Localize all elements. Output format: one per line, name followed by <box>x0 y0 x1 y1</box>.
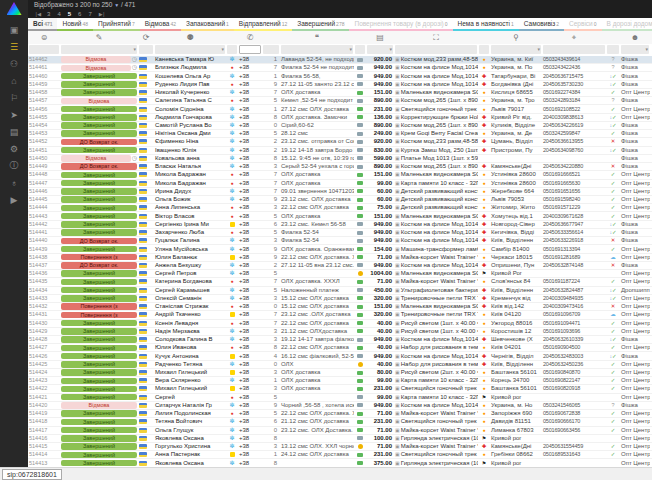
order-row[interactable]: 514451ЗавершенийІващенко Юлія✼+38219.12 … <box>28 147 652 155</box>
page-button-6[interactable]: 6 <box>78 11 81 17</box>
order-row[interactable]: 514426ЗавершенийКучук Антонина+38416.12 … <box>28 352 652 360</box>
filter-dropdown-icon[interactable]: ▾ <box>221 46 224 53</box>
order-row[interactable]: 514442ЗавершенийСергіенко Ірина Ми+38623… <box>28 221 652 229</box>
header-phone-column[interactable]: ✆ <box>238 31 262 44</box>
app-logo-icon[interactable] <box>7 2 22 15</box>
order-row[interactable]: 514423ЗавершенийВера Скляренко✼+381ОЛХ д… <box>28 377 652 385</box>
header-name-column[interactable]: ⚉ <box>154 31 226 44</box>
filter-cell-name[interactable]: ▾ <box>155 45 225 54</box>
order-row[interactable]: 514439ЗавершенийУляна Мусійовська✼+389ОЛ… <box>28 245 652 253</box>
header-carrier-column[interactable] <box>478 31 490 44</box>
filter-cell-id[interactable] <box>29 45 59 54</box>
order-row[interactable]: 514433ЗавершенийОлексій Семанін✼+38315.1… <box>28 295 652 303</box>
filter-cell-tracking[interactable] <box>543 45 605 54</box>
header-address-column[interactable]: ⚲ <box>490 31 542 44</box>
sidebar-item-statistics[interactable]: ▤ <box>0 123 28 140</box>
filter-dropdown-icon[interactable]: ▾ <box>645 46 648 53</box>
filter-cell-product[interactable] <box>395 45 477 54</box>
order-row[interactable]: 514414ЗавершенийАнна Пастернак+38124.12 … <box>28 451 652 459</box>
order-row[interactable]: 514418ЗавершенийТетяна Войтович✼+38621.1… <box>28 418 652 426</box>
order-row[interactable]: 514417ЗавершенийОльга Глущук✼+38023.12 с… <box>28 427 652 435</box>
sidebar-item-orders[interactable]: ☰ <box>0 38 28 55</box>
filter-cell-pay[interactable] <box>355 45 365 54</box>
header-op-column[interactable] <box>226 31 238 44</box>
header-tracking-column[interactable]: ⌖ <box>542 31 606 44</box>
filter-cell-comment[interactable]: ▾ <box>281 45 353 54</box>
filter-dropdown-icon[interactable]: ▾ <box>389 46 392 53</box>
filter-cell-ts[interactable] <box>607 45 619 54</box>
order-row[interactable]: 514441ЗавершенийЗахарченко Люба●+385Фиал… <box>28 229 652 237</box>
sidebar-item-clients[interactable]: ⚇ <box>0 55 28 72</box>
order-row[interactable]: 514452ДО Возврат ок.Єфименко Ніна✼+38223… <box>28 138 652 146</box>
header-shop-column[interactable]: ☻ <box>620 31 650 44</box>
sidebar-item-warehouse[interactable]: ⌂ <box>0 72 28 89</box>
tab-9[interactable]: Нема в наявності1 <box>453 18 519 31</box>
order-row[interactable]: 514440ДО Возврат ок.Гуцалюк Галина✼+383Ф… <box>28 237 652 245</box>
order-row[interactable]: 514415ЗавершенийГоргулько Христина✼+3831… <box>28 443 652 451</box>
order-row[interactable]: 514456ЗавершенийСоломія Сідоніна✼+38127.… <box>28 105 652 113</box>
order-row[interactable]: 514419ЗавершенийЛилия Подолинская●+38522… <box>28 410 652 418</box>
last-page-button[interactable]: ▶❘ <box>99 11 105 17</box>
sidebar-item-dashboard[interactable]: ▣ <box>0 21 28 38</box>
sidebar-item-integrations[interactable]: ♁ <box>0 174 28 191</box>
order-row[interactable]: 514425ЗавершенийРадченко Тетяна✼+380ОЛХ4… <box>28 361 652 369</box>
page-button-3[interactable]: 3 <box>47 11 50 17</box>
order-row[interactable]: 514430ЗавершенийКсенія Левадня●+38722.12… <box>28 320 652 328</box>
order-row[interactable]: 514444ЗавершенийАнна Липенська●+38322.12… <box>28 204 652 212</box>
order-row[interactable]: 514421ЗавершенийСергей●+38599.00▣Карта п… <box>28 394 652 402</box>
order-row[interactable]: 514431Повернення (зАндрій Ткаченко+38723… <box>28 311 652 319</box>
first-page-button[interactable]: ❘◀ <box>34 11 40 17</box>
tab-2[interactable]: Новий48 <box>57 18 93 31</box>
header-flag-column[interactable]: ⟳ <box>138 31 154 44</box>
filter-input-phone[interactable] <box>239 45 261 54</box>
sidebar-item-settings[interactable]: ⚙ <box>0 140 28 157</box>
order-row[interactable]: 514435ЗавершенийКатерина Богданова●+387О… <box>28 278 652 286</box>
order-row[interactable]: 514436ЗавершенийСергей Петров✼+3851004.0… <box>28 270 652 278</box>
order-row[interactable]: 514454ЗавершенийСамотій Руслана Во✼+380С… <box>28 122 652 130</box>
pager-dropdown-icon[interactable]: ▼ <box>114 2 119 8</box>
filter-dropdown-icon[interactable]: ▾ <box>537 46 540 53</box>
tab-1[interactable]: Всі471 <box>28 18 57 31</box>
tab-8[interactable]: Повернення товару (в дорозі)0 <box>349 18 452 31</box>
filter-cell-carrier[interactable] <box>479 45 489 54</box>
tab-5[interactable]: Запакований1 <box>181 18 234 31</box>
order-row[interactable]: 514458ЗавершенийНиколай Кучеренко✼+387ОЛ… <box>28 89 652 97</box>
order-row[interactable]: 514438Повернення (зЮлия Баланюк+38922.12… <box>28 254 652 262</box>
header-product-column[interactable]: ⛶ <box>394 31 478 44</box>
filter-cell-price[interactable]: ▾ <box>367 45 393 54</box>
page-button-4[interactable]: 4 <box>57 11 60 17</box>
order-row[interactable]: 514416ЗавершенийЯковлева Оксана✼+388100.… <box>28 435 652 443</box>
tab-3[interactable]: Прийнятий7 <box>93 18 140 31</box>
order-row[interactable]: 514462Відмова◷Каневська Тамара Ю✼+381Лав… <box>28 56 652 64</box>
order-row[interactable]: 514457ВідмоваСалегина Татьяна С●+385Кеме… <box>28 97 652 105</box>
header-status-column[interactable]: ✎ <box>60 31 138 44</box>
order-row[interactable]: 514420ВідмоваСитарчук Наталія Гр✼+389Чор… <box>28 402 652 410</box>
order-row[interactable]: 514453ЗавершенийНікітіна Оксана Дми✼+385… <box>28 130 652 138</box>
order-row[interactable]: 514434ЗавершенийСергей Карамышев✼+385Нал… <box>28 287 652 295</box>
tab-6[interactable]: Відправлений12 <box>234 18 292 31</box>
tab-10[interactable]: Самовивіз2 <box>519 18 564 31</box>
order-row[interactable]: 514461Відмова◷Близнюк Людмила●+387Фиалка… <box>28 64 652 72</box>
order-row[interactable]: 514450Відмова◷Ковальова анна✼+38815.12. … <box>28 155 652 163</box>
filter-cell-n[interactable] <box>263 45 279 54</box>
order-row[interactable]: 514445ЗавершенийОльга Божик✼+38923.12 см… <box>28 196 652 204</box>
header-pay-column[interactable] <box>354 31 366 44</box>
order-row[interactable]: 514447ЗавершенийМикола Бадражан●+387ОЛХ … <box>28 180 652 188</box>
header-id-column[interactable]: ⊜ <box>28 31 60 44</box>
tab-7[interactable]: Завершений278 <box>292 18 349 31</box>
order-row[interactable]: 514429ЗавершенийНадія Мерзаєва✼+38321.12… <box>28 328 652 336</box>
filter-cell-status[interactable]: ▾ <box>61 45 137 54</box>
order-row[interactable]: 514427ЗавершенийЮлия Иванова●+38822.12 с… <box>28 344 652 352</box>
order-row[interactable]: 514455ЗавершенийЛюдмила Гончарова✼+388ОЛ… <box>28 114 652 122</box>
filter-cell-flag[interactable] <box>139 45 153 54</box>
page-button-7[interactable]: 7 <box>88 11 91 17</box>
pager-text[interactable]: Відображено з 200 по 250 ▼ / 471 <box>34 1 135 8</box>
order-row[interactable]: 514446ЗавершенийИрина Дидух✼+38709.01 зв… <box>28 188 652 196</box>
filter-cell-op[interactable] <box>227 45 237 54</box>
filter-cell-address[interactable]: ▾ <box>491 45 541 54</box>
header-price-column[interactable]: ▤ <box>366 31 394 44</box>
tab-12[interactable]: В дорозі додому0 <box>602 18 652 31</box>
page-button-5[interactable]: 5 <box>68 11 71 17</box>
tab-4[interactable]: Відмова42 <box>140 18 181 31</box>
header-comment-column[interactable]: ❝ <box>280 31 354 44</box>
